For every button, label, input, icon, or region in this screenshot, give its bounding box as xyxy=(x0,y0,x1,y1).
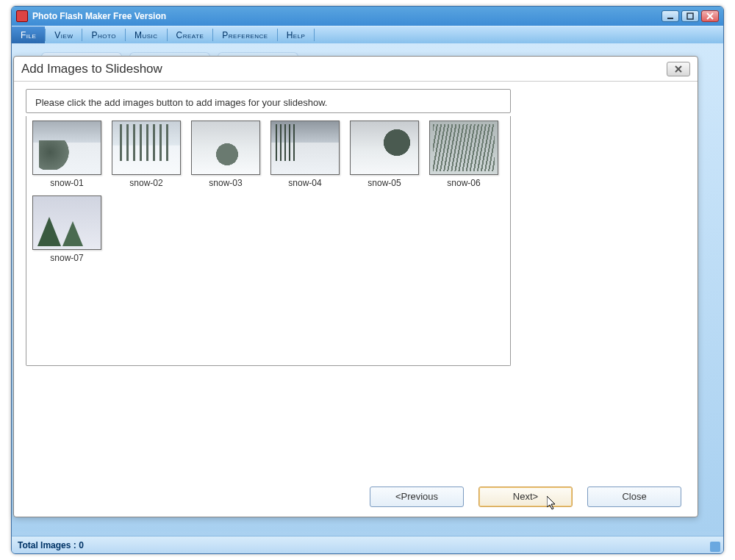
dialog-title: Add Images to Slideshow xyxy=(21,62,162,76)
thumbnail-label: snow-07 xyxy=(50,253,83,263)
thumbnail-image xyxy=(32,195,101,250)
menu-create[interactable]: Create xyxy=(168,26,213,43)
thumbnail-item[interactable]: snow-06 xyxy=(429,121,498,188)
next-button[interactable]: Next> xyxy=(478,487,573,507)
thumbnail-item[interactable]: snow-07 xyxy=(32,195,101,263)
thumbnail-label: snow-02 xyxy=(129,178,162,188)
thumbnail-label: snow-01 xyxy=(50,178,83,188)
resize-grip-icon[interactable] xyxy=(710,542,720,552)
menu-label: File xyxy=(21,30,36,40)
thumbnail-image xyxy=(191,121,260,175)
minimize-button[interactable] xyxy=(662,10,679,22)
dialog-footer: <Previous Next> Close xyxy=(14,475,698,517)
svg-rect-1 xyxy=(687,13,693,19)
dialog-titlebar[interactable]: Add Images to Slideshow xyxy=(14,57,698,82)
menu-label: Create xyxy=(176,30,204,40)
thumbnail-image xyxy=(270,121,340,175)
menu-view[interactable]: View xyxy=(46,26,82,43)
titlebar[interactable]: Photo Flash Maker Free Version xyxy=(12,7,723,26)
thumbnail-item[interactable]: snow-05 xyxy=(350,121,419,188)
thumbnail-item[interactable]: snow-01 xyxy=(32,121,101,188)
thumbnail-item[interactable]: snow-03 xyxy=(191,121,260,188)
app-icon xyxy=(16,10,28,22)
previous-button[interactable]: <Previous xyxy=(370,487,464,507)
maximize-button[interactable] xyxy=(681,10,699,22)
thumbnail-area: snow-01 snow-02 snow-03 snow-04 snow-05 … xyxy=(26,116,511,366)
button-label: Next> xyxy=(513,491,538,502)
instruction-text: Please click the add images button to ad… xyxy=(35,97,327,108)
menu-photo[interactable]: Photo xyxy=(82,26,124,43)
thumbnail-label: snow-05 xyxy=(368,178,401,188)
cursor-icon xyxy=(547,496,557,511)
thumbnail-image xyxy=(350,121,419,175)
menu-label: Preference xyxy=(222,30,268,40)
statusbar: Total Images : 0 xyxy=(12,536,723,553)
dialog-close-button[interactable] xyxy=(667,62,690,76)
window-close-button[interactable] xyxy=(701,10,719,22)
menu-label: Music xyxy=(135,30,158,40)
thumbnail-image xyxy=(32,121,101,175)
menu-file[interactable]: File xyxy=(12,26,45,43)
menu-music[interactable]: Music xyxy=(126,26,167,43)
menu-label: Photo xyxy=(91,30,115,40)
menu-label: Help xyxy=(287,30,306,40)
menu-preference[interactable]: Preference xyxy=(213,26,276,43)
add-images-dialog: Add Images to Slideshow Please click the… xyxy=(13,56,698,517)
thumbnail-image xyxy=(429,121,498,175)
menu-label: View xyxy=(54,30,73,40)
button-label: <Previous xyxy=(395,491,438,502)
thumbnail-item[interactable]: snow-04 xyxy=(270,121,340,188)
thumbnail-item[interactable]: snow-02 xyxy=(112,121,181,188)
thumbnail-label: snow-04 xyxy=(288,178,321,188)
menu-separator xyxy=(314,29,315,41)
dialog-body: Please click the add images button to ad… xyxy=(14,82,698,475)
menu-help[interactable]: Help xyxy=(278,26,315,43)
menubar: File View Photo Music Create Preference … xyxy=(12,26,723,43)
instruction-box: Please click the add images button to ad… xyxy=(26,89,511,113)
thumbnail-image xyxy=(112,121,181,175)
window-title: Photo Flash Maker Free Version xyxy=(32,11,166,21)
button-label: Close xyxy=(622,491,646,502)
thumbnail-label: snow-06 xyxy=(447,178,480,188)
close-button[interactable]: Close xyxy=(587,487,681,507)
status-text: Total Images : 0 xyxy=(18,540,84,550)
thumbnail-label: snow-03 xyxy=(209,178,242,188)
